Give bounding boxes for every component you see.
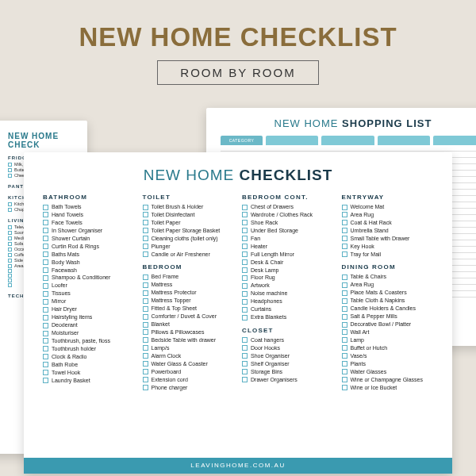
checkbox-icon — [43, 228, 48, 233]
item-label: Wall Art — [351, 329, 434, 336]
checkbox-icon — [143, 205, 148, 210]
checklist-item: Shower Curtain — [43, 236, 135, 243]
checkbox-icon — [242, 251, 248, 257]
category-heading: DINING ROOM — [342, 263, 434, 271]
checkbox-icon — [242, 291, 248, 297]
item-label: Bedside Table with drawer — [152, 337, 235, 344]
category-heading: BEDROOM CONT. — [242, 194, 334, 201]
item-label: Desk Lamp — [251, 267, 334, 274]
item-label: Lamp — [351, 337, 434, 344]
main-title: NEW HOME CHECKLIST — [43, 167, 433, 184]
checkbox-icon — [143, 337, 148, 343]
checkbox-icon — [43, 315, 48, 321]
item-label: Umbrella Stand — [351, 228, 434, 235]
checklist-item: Toilet Paper — [143, 220, 235, 227]
category-heading: BEDROOM — [143, 263, 235, 271]
checklist-item: Welcome Mat — [342, 204, 434, 211]
checkbox-icon — [43, 267, 48, 273]
item-label: Toilet Paper — [152, 220, 235, 227]
checkbox-icon — [242, 361, 248, 367]
checklist-item: Table Cloth & Napkins — [342, 298, 434, 305]
hero-subtitle: ROOM BY ROOM — [157, 60, 318, 85]
item-label: Baths Mats — [52, 251, 135, 259]
item-label: Shoe Organiser — [251, 353, 334, 360]
checkbox-icon — [143, 345, 148, 351]
checklist-item: Toilet Disinfectant — [143, 212, 235, 219]
checkbox-icon — [242, 205, 248, 210]
checkbox-icon — [143, 314, 148, 320]
checklist-item: Area Rug — [342, 282, 434, 289]
shopping-tabs: CATEGORY — [221, 136, 476, 145]
checkbox-icon — [242, 337, 248, 343]
checklist-item: Salt & Pepper Mills — [342, 313, 434, 321]
checklist-item: Under Bed Storage — [242, 228, 334, 235]
item-label: Welcome Mat — [351, 204, 434, 211]
checklist-item: Mattress Protector — [143, 290, 235, 297]
checklist-item: Desk & Chair — [242, 259, 334, 267]
checkbox-icon — [43, 338, 48, 344]
checkbox-icon — [143, 220, 148, 225]
checkbox-icon — [143, 251, 148, 257]
item-label: Full Length Mirror — [251, 251, 334, 259]
checkbox-icon — [342, 298, 347, 304]
checkbox-icon — [242, 345, 248, 351]
checkbox-icon — [242, 236, 248, 241]
category-heading: BATHROOM — [43, 194, 135, 201]
checkbox-icon — [342, 353, 347, 359]
item-label: Extension cord — [152, 377, 235, 384]
checkbox-icon — [242, 259, 248, 265]
item-label: Vase/s — [351, 353, 434, 360]
item-label: Salt & Pepper Mills — [351, 313, 434, 321]
checklist-item: Small Table with Drawer — [342, 236, 434, 243]
checkbox-icon — [143, 236, 148, 241]
checkbox-icon — [342, 385, 347, 390]
item-label: Table & Chairs — [351, 274, 434, 281]
item-label: Face Towels — [52, 220, 135, 227]
checklist-item: Mirror — [43, 298, 135, 305]
checkbox-icon — [342, 220, 347, 225]
item-label: Drawer Organisers — [251, 377, 334, 384]
checkbox-icon — [43, 220, 48, 225]
item-label: Bath Robe — [52, 362, 135, 369]
back-left-title: NEW HOME CHECK — [8, 132, 76, 149]
item-label: Mattress Protector — [152, 290, 235, 297]
checklist-item: Mattress — [143, 282, 235, 289]
item-label: Toilet Disinfectant — [152, 212, 235, 219]
checklist-item: Place Mats & Coasters — [342, 290, 434, 297]
item-label: Hand Towels — [52, 212, 135, 219]
checkbox-icon — [43, 259, 48, 265]
checkbox-icon — [143, 361, 148, 367]
checklist-item: Face Towels — [43, 220, 135, 227]
checkbox-icon — [143, 228, 148, 233]
item-label: Fan — [251, 236, 334, 243]
checkbox-icon — [8, 269, 12, 273]
checklist-item: Extra Blankets — [242, 314, 334, 321]
checklist-item: Plunger — [143, 244, 235, 251]
checkbox-icon — [143, 322, 148, 328]
checklist-item: Clock & Radio — [43, 354, 135, 361]
checkbox-icon — [342, 337, 347, 343]
item-label: Body Wash — [52, 259, 135, 267]
checklist-item: Bedside Table with drawer — [143, 337, 235, 344]
item-label: Fitted & Top Sheet — [152, 305, 235, 313]
item-label: Mattress — [152, 282, 235, 289]
checkbox-icon — [342, 282, 347, 288]
checkbox-icon — [143, 369, 148, 374]
checklist-item: Body Wash — [43, 259, 135, 267]
item-label: Towel Hook — [52, 370, 135, 377]
checkbox-icon — [143, 353, 148, 359]
checkbox-icon — [342, 251, 347, 257]
checkbox-icon — [242, 283, 248, 289]
checkbox-icon — [143, 212, 148, 217]
checklist-item: Noise machine — [242, 290, 334, 298]
footer-url: LEAVINGHOME.COM.AU — [24, 458, 452, 474]
item-label: Curtin Rod & Rings — [52, 244, 135, 251]
item-label: Shampoo & Conditioner — [52, 274, 135, 282]
checklist-item: Bed Frame — [143, 274, 235, 281]
item-label: Phone charger — [152, 385, 235, 392]
item-label: Plants — [351, 361, 434, 368]
hero: NEW HOME CHECKLIST ROOM BY ROOM — [0, 0, 476, 85]
item-label: Tissues — [52, 290, 135, 298]
checkbox-icon — [342, 244, 347, 249]
checklist-item: Coat hangers — [242, 337, 334, 344]
